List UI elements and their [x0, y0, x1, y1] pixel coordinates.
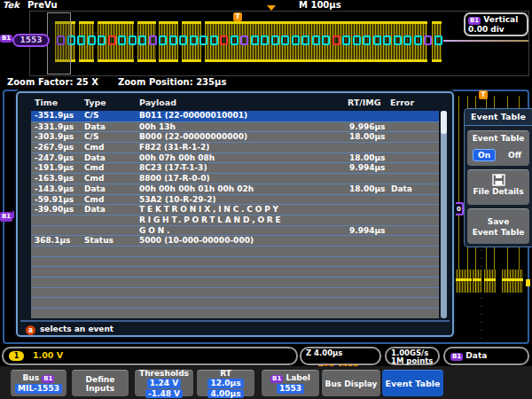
table-row[interactable]: RIGHT.PORTLAND,ORE	[31, 215, 439, 225]
event-table-title: Event Table	[386, 379, 441, 388]
table-row-empty	[31, 277, 439, 287]
decode-word-box	[98, 35, 106, 45]
define-line2: Inputs	[86, 384, 114, 393]
table-footer-hint: aselects an event	[20, 320, 450, 335]
column-header-rtimg: RT/IMG	[348, 98, 381, 107]
table-row[interactable]: -331.9µs Data 00h 13h 9.996µs	[31, 121, 439, 132]
table-row-empty	[31, 308, 439, 318]
table-row[interactable]: -267.9µs Cmd F822 (31-R-1-2)	[31, 142, 439, 153]
bus-select-button[interactable]: Bus B1 MIL-1553	[11, 370, 66, 396]
file-details-label: File Details	[467, 187, 529, 196]
vertical-title: Vertical	[483, 15, 518, 24]
status-bar: 1 1.00 V Z 4.00µs T→59.4200µs 1.00GS/s 1…	[0, 346, 532, 366]
bus-b1-badge: B1	[0, 212, 12, 222]
table-scrollbar[interactable]	[441, 111, 447, 318]
bus-label-button[interactable]: B1 Label 1553	[262, 370, 319, 396]
bus-b1-badge: B1	[450, 353, 463, 361]
waveform-burst	[454, 270, 472, 293]
decode-word-box	[332, 35, 340, 45]
bottom-menu-bar: Bus B1 MIL-1553 Define Inputs Thresholds…	[0, 366, 532, 399]
oscilloscope-screen: Tek PreVu M 100µs B1 1553 T B1 Vertical …	[0, 0, 532, 399]
decode-word-box	[77, 35, 85, 45]
table-row-empty	[31, 266, 439, 277]
overview-waveform: B1 1553 T B1 Vertical 0.00 div	[0, 11, 532, 76]
bus-display-title: Bus Display	[325, 379, 378, 388]
decode-word-box	[251, 35, 259, 45]
bus-type-value: MIL-1553	[15, 384, 62, 394]
side-menu-panel: Event Table Event Table On Off File Deta…	[464, 108, 532, 247]
acquisition-readout: 1.00GS/s 1M points	[385, 347, 440, 365]
bus-decode-fragment: 0	[454, 202, 464, 215]
decode-word-box	[129, 35, 137, 45]
label-value: 1553	[277, 384, 304, 394]
side-menu-title: Event Table	[465, 109, 532, 126]
event-table-toggle-button[interactable]: Event Table On Off	[467, 130, 529, 166]
bus-trigger-readout: B1 Data	[443, 347, 529, 365]
channel1-scale: 1.00 V	[33, 350, 63, 360]
bus-b1-badge: B1	[270, 375, 283, 383]
toggle-off-option[interactable]: Off	[508, 151, 521, 160]
table-row[interactable]: -303.9µs C/S B000 (22-00000000000) 18.00…	[31, 131, 439, 142]
scrollbar-thumb[interactable]	[441, 111, 447, 134]
timebase-readout: M 100µs	[299, 0, 341, 11]
bus-b1-badge: B1	[42, 375, 54, 383]
zoom-position-readout: Zoom Position: 235µs	[118, 76, 226, 88]
bus-vertical-readout: B1 Vertical 0.00 div	[464, 12, 528, 36]
bus-label-pill: 1553	[12, 34, 50, 47]
decode-word-box	[434, 35, 442, 45]
event-table-panel: Time Type Payload RT/IMG Error -351.9µs …	[16, 91, 454, 337]
decode-word-box	[353, 35, 361, 45]
zoom-region-brackets[interactable]	[47, 12, 71, 74]
decode-word-box	[118, 35, 126, 45]
save-label-line1: Save	[467, 216, 529, 227]
cell-time: -351.9µs	[35, 111, 74, 121]
decode-word-box	[403, 35, 411, 45]
waveform-burst	[484, 270, 496, 293]
thresholds-button[interactable]: Thresholds 1.24 V -1.48 V	[135, 370, 193, 396]
rt-button[interactable]: RT 12.0µs 4.00µs	[197, 370, 254, 396]
table-row[interactable]: -247.9µs Data 00h 07h 00h 08h 18.00µs	[31, 153, 439, 163]
cell-type: C/S	[84, 111, 98, 121]
table-row[interactable]: -163.9µs Cmd 8800 (17-R-0-0)	[31, 173, 439, 184]
toggle-on-option[interactable]: On	[473, 149, 496, 161]
table-row[interactable]: 368.1µs Status 5000 (10-000-00000-000)	[31, 235, 439, 246]
acquisition-status: PreVu	[27, 0, 58, 11]
decode-word-box	[394, 35, 402, 45]
decode-word-box	[363, 35, 371, 45]
table-row-selected[interactable]: -351.9µs C/S B011 (22-00000010001)	[31, 111, 439, 121]
table-row[interactable]: -59.91µs Cmd 53A2 (10-R-29-2)	[31, 194, 439, 205]
table-row[interactable]: -39.90µs Data TEKTRONIX,INC.COPY	[31, 204, 439, 215]
brand-logo: Tek	[3, 0, 20, 11]
decode-word-box	[159, 35, 167, 45]
column-header-time: Time	[35, 98, 58, 107]
bus-display-button[interactable]: Bus Display	[322, 370, 380, 396]
table-row[interactable]: GON. 9.994µs	[31, 225, 439, 236]
waveform-edge	[458, 96, 459, 293]
define-inputs-button[interactable]: Define Inputs	[72, 370, 129, 396]
trigger-position-icon: T	[479, 90, 488, 99]
zoom-scale-readout: Z 4.00µs T→59.4200µs	[300, 347, 381, 365]
zoom-info-bar: Zoom Factor: 25 X Zoom Position: 235µs	[0, 76, 532, 89]
column-header-type: Type	[84, 98, 106, 107]
threshold-high-value: 1.24 V	[147, 379, 181, 388]
bus-trigger-type: Data	[466, 351, 487, 360]
decode-word-box	[179, 35, 187, 45]
decode-word-box	[108, 35, 116, 45]
decode-word-box	[383, 35, 391, 45]
rt-title: RT	[220, 369, 231, 378]
toggle-label: Event Table	[467, 134, 529, 143]
decode-word-box	[210, 35, 218, 45]
file-details-button[interactable]: File Details	[467, 169, 529, 205]
table-row[interactable]: -191.9µs Cmd 8C23 (17-T-1-3) 9.994µs	[31, 162, 439, 173]
event-table-button[interactable]: Event Table	[382, 370, 443, 396]
trigger-level-tick	[526, 279, 530, 286]
table-row[interactable]: -143.9µs Data 00h 00h 00h 01h 00h 02h 18…	[31, 184, 439, 194]
event-table-body: -351.9µs C/S B011 (22-00000010001) -331.…	[31, 111, 439, 318]
decode-word-box	[414, 35, 422, 45]
bus-b1-badge: B1	[0, 35, 12, 43]
column-header-payload: Payload	[139, 98, 176, 107]
table-row-empty	[31, 256, 439, 267]
decode-word-box	[424, 35, 432, 45]
save-event-table-button[interactable]: Save Event Table	[467, 208, 529, 244]
decode-word-box	[231, 35, 239, 45]
